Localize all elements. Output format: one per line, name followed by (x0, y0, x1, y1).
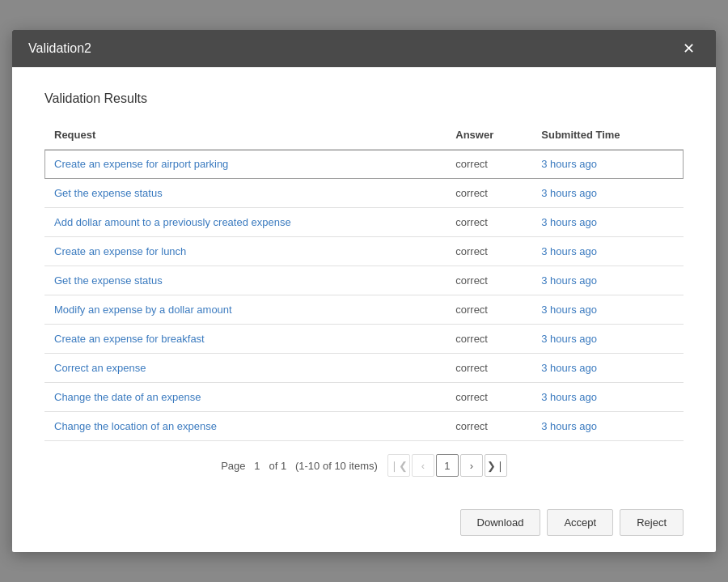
col-header-request: Request (44, 122, 447, 150)
table-row[interactable]: Create an expense for airport parkingcor… (44, 150, 684, 179)
cell-time: 3 hours ago (533, 266, 684, 295)
next-page-button[interactable]: › (460, 454, 483, 477)
cell-request: Get the expense status (44, 179, 447, 208)
pagination-nav: ❘❮ ‹ 1 › ❯❘ (387, 454, 507, 477)
cell-request: Create an expense for airport parking (44, 150, 447, 179)
table-header: Request Answer Submitted Time (44, 122, 684, 150)
cell-request: Create an expense for lunch (44, 237, 447, 266)
cell-request: Change the location of an expense (44, 412, 447, 441)
cell-time: 3 hours ago (533, 208, 684, 237)
cell-answer: correct (447, 325, 533, 354)
cell-request: Get the expense status (44, 266, 447, 295)
cell-answer: correct (447, 295, 533, 325)
cell-answer: correct (447, 208, 533, 237)
modal-title: Validation2 (28, 41, 91, 56)
cell-time: 3 hours ago (533, 325, 684, 354)
cell-answer: correct (447, 179, 533, 208)
cell-request: Correct an expense (44, 354, 447, 383)
cell-time: 3 hours ago (533, 295, 684, 325)
cell-answer: correct (447, 150, 533, 179)
page-1-button[interactable]: 1 (436, 454, 459, 477)
modal-header: Validation2 ✕ (12, 30, 716, 67)
cell-time: 3 hours ago (533, 354, 684, 383)
table-row[interactable]: Add dollar amount to a previously create… (44, 208, 684, 237)
prev-page-button[interactable]: ‹ (412, 454, 434, 477)
section-title: Validation Results (44, 91, 684, 106)
accept-button[interactable]: Accept (547, 509, 613, 536)
cell-request: Modify an expense by a dollar amount (44, 295, 447, 325)
cell-answer: correct (447, 237, 533, 266)
table-row[interactable]: Get the expense statuscorrect3 hours ago (44, 179, 684, 208)
cell-answer: correct (447, 354, 533, 383)
cell-answer: correct (447, 266, 533, 295)
table-row[interactable]: Correct an expensecorrect3 hours ago (44, 354, 684, 383)
pagination: Page 1 of 1 (1-10 of 10 items) ❘❮ ‹ 1 › … (44, 441, 684, 485)
reject-button[interactable]: Reject (620, 509, 684, 536)
first-page-button[interactable]: ❘❮ (387, 454, 410, 477)
current-page: 1 (254, 460, 260, 472)
modal-dialog: Validation2 ✕ Validation Results Request… (12, 30, 716, 552)
cell-request: Change the date of an expense (44, 383, 447, 412)
download-button[interactable]: Download (460, 509, 541, 536)
col-header-time: Submitted Time (533, 122, 684, 150)
cell-time: 3 hours ago (533, 412, 684, 441)
pagination-text: Page 1 of 1 (1-10 of 10 items) (221, 460, 378, 472)
modal-footer: Download Accept Reject (12, 501, 716, 552)
of-label: of 1 (269, 460, 286, 472)
table-row[interactable]: Get the expense statuscorrect3 hours ago (44, 266, 684, 295)
table-row[interactable]: Create an expense for breakfastcorrect3 … (44, 325, 684, 354)
results-table: Request Answer Submitted Time Create an … (44, 122, 684, 441)
cell-answer: correct (447, 412, 533, 441)
range-label: (1-10 of 10 items) (295, 460, 378, 472)
table-row[interactable]: Modify an expense by a dollar amountcorr… (44, 295, 684, 325)
table-body: Create an expense for airport parkingcor… (44, 150, 684, 441)
last-page-button[interactable]: ❯❘ (485, 454, 507, 477)
close-button[interactable]: ✕ (678, 40, 700, 57)
cell-time: 3 hours ago (533, 179, 684, 208)
page-label: Page (221, 460, 245, 472)
cell-answer: correct (447, 383, 533, 412)
cell-request: Add dollar amount to a previously create… (44, 208, 447, 237)
modal-body: Validation Results Request Answer Submit… (12, 67, 716, 501)
col-header-answer: Answer (447, 122, 533, 150)
modal-overlay: Validation2 ✕ Validation Results Request… (0, 0, 728, 582)
cell-time: 3 hours ago (533, 237, 684, 266)
cell-time: 3 hours ago (533, 383, 684, 412)
cell-time: 3 hours ago (533, 150, 684, 179)
table-row[interactable]: Change the date of an expensecorrect3 ho… (44, 383, 684, 412)
cell-request: Create an expense for breakfast (44, 325, 447, 354)
table-row[interactable]: Change the location of an expensecorrect… (44, 412, 684, 441)
table-row[interactable]: Create an expense for lunchcorrect3 hour… (44, 237, 684, 266)
